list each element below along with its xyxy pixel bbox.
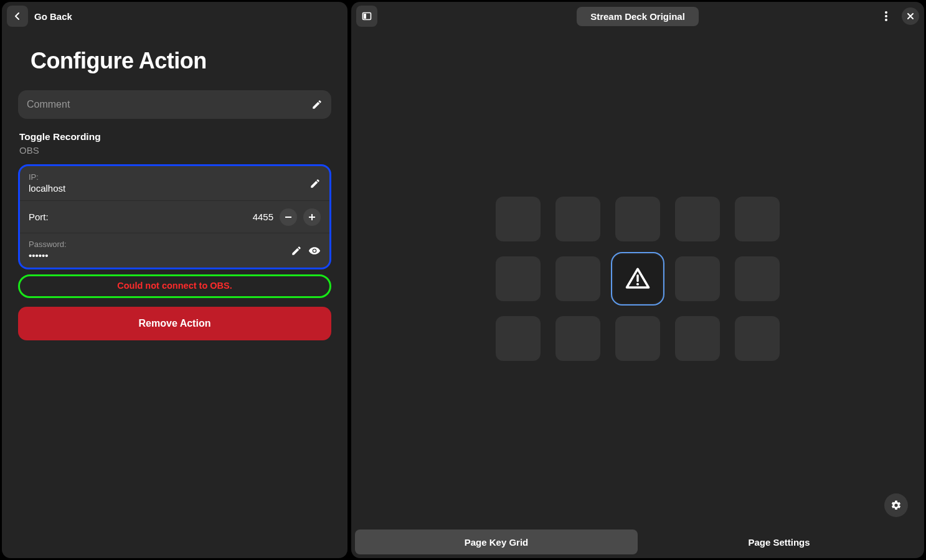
- toggle-sidebar-button[interactable]: [356, 6, 377, 27]
- arrow-left-icon: [12, 11, 22, 21]
- ip-value: localhost: [29, 182, 309, 195]
- svg-point-6: [885, 15, 887, 17]
- pencil-icon: [311, 99, 323, 110]
- port-row: Port: 4455: [20, 201, 329, 233]
- deck-key-4[interactable]: [735, 197, 780, 241]
- deck-key-10[interactable]: [496, 316, 541, 361]
- device-name: Stream Deck Original: [590, 11, 685, 22]
- deck-key-14[interactable]: [735, 316, 780, 361]
- deck-grid: [496, 197, 780, 361]
- port-increment-button[interactable]: [303, 208, 321, 226]
- bottom-tab-bar: Page Key Grid Page Settings: [355, 530, 920, 554]
- connection-group: IP: localhost Port: 4455: [18, 164, 331, 269]
- svg-point-9: [636, 283, 639, 286]
- comment-placeholder: Comment: [27, 99, 311, 110]
- tab-page-key-grid[interactable]: Page Key Grid: [355, 530, 638, 554]
- tab-page-settings[interactable]: Page Settings: [638, 530, 920, 554]
- comment-field[interactable]: Comment: [18, 90, 331, 119]
- eye-icon[interactable]: [308, 245, 321, 257]
- svg-rect-0: [285, 217, 291, 218]
- go-back-button[interactable]: [7, 6, 28, 27]
- pencil-icon[interactable]: [309, 178, 321, 189]
- password-label: Password:: [29, 240, 291, 250]
- connection-error: Could not connect to OBS.: [18, 274, 331, 298]
- deck-key-13[interactable]: [675, 316, 720, 361]
- deck-key-11[interactable]: [555, 316, 600, 361]
- password-row[interactable]: Password: ••••••: [20, 233, 329, 268]
- deck-key-3[interactable]: [675, 197, 720, 241]
- deck-key-6[interactable]: [555, 256, 600, 301]
- port-label: Port:: [29, 212, 253, 222]
- password-value: ••••••: [29, 250, 291, 262]
- page-title: Configure Action: [31, 48, 331, 74]
- ip-row[interactable]: IP: localhost: [20, 166, 329, 201]
- deck-key-12[interactable]: [615, 316, 660, 361]
- menu-button[interactable]: [876, 6, 897, 27]
- svg-rect-4: [364, 14, 366, 19]
- svg-point-5: [885, 11, 887, 14]
- kebab-icon: [885, 11, 887, 21]
- page-settings-fab[interactable]: [884, 493, 908, 517]
- go-back-label: Go Back: [34, 11, 72, 22]
- deck-key-0[interactable]: [496, 197, 541, 241]
- ip-label: IP:: [29, 172, 309, 182]
- close-button[interactable]: [902, 7, 919, 25]
- gear-icon: [891, 500, 902, 511]
- deck-key-5[interactable]: [496, 256, 541, 301]
- pencil-icon[interactable]: [291, 245, 302, 256]
- action-name: Toggle Recording: [18, 131, 331, 142]
- close-icon: [907, 12, 914, 20]
- svg-point-7: [885, 19, 887, 21]
- port-value: 4455: [253, 212, 273, 222]
- remove-action-button[interactable]: Remove Action: [18, 307, 331, 340]
- deck-key-8[interactable]: [675, 256, 720, 301]
- deck-key-2[interactable]: [615, 197, 660, 241]
- plus-icon: [308, 213, 316, 222]
- panel-icon: [362, 11, 372, 21]
- port-decrement-button[interactable]: [280, 208, 297, 226]
- warning-icon: [625, 266, 651, 292]
- svg-rect-2: [311, 214, 313, 220]
- device-selector[interactable]: Stream Deck Original: [577, 7, 699, 26]
- plugin-name: OBS: [18, 145, 331, 156]
- deck-key-7[interactable]: [613, 254, 662, 303]
- deck-key-9[interactable]: [735, 256, 780, 301]
- deck-key-1[interactable]: [555, 197, 600, 241]
- minus-icon: [284, 213, 293, 222]
